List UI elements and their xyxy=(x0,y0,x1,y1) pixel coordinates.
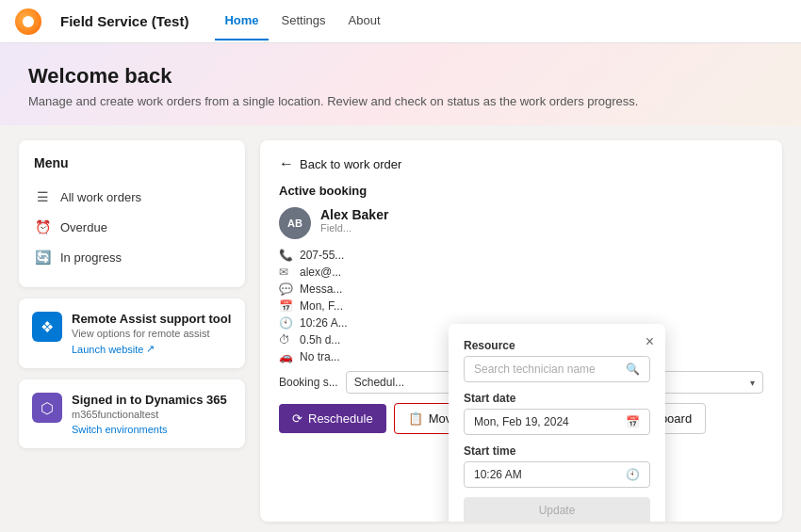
calendar-icon: 📅 xyxy=(279,299,292,313)
start-time-input[interactable]: 10:26 AM 🕙 xyxy=(464,461,650,488)
chevron-down-icon: ▾ xyxy=(750,378,755,388)
topnav-links: Home Settings About xyxy=(215,2,389,40)
message-icon: 💬 xyxy=(279,282,292,296)
sidebar-item-all-work-orders[interactable]: ☰ All work orders xyxy=(34,182,230,212)
start-date-value: Mon, Feb 19, 2024 xyxy=(474,415,569,428)
sidebar-item-label: Overdue xyxy=(60,220,107,234)
technician-avatar: AB xyxy=(279,207,311,239)
sidebar: Menu ☰ All work orders ⏰ Overdue 🔄 In pr… xyxy=(19,140,245,522)
message-value: Messa... xyxy=(300,282,342,296)
email-icon: ✉ xyxy=(279,266,292,279)
time-icon: 🕙 xyxy=(279,316,292,330)
time-value: 10:26 A... xyxy=(300,316,348,330)
sidebar-item-in-progress[interactable]: 🔄 In progress xyxy=(34,242,230,272)
hero-section: Welcome back Manage and create work orde… xyxy=(0,43,801,125)
start-time-value: 10:26 AM xyxy=(474,468,522,481)
move-booking-modal: × Resource Search technician name 🔍 Star… xyxy=(449,324,665,522)
hero-subtitle: Manage and create work orders from a sin… xyxy=(28,94,773,108)
message-row: 💬 Messa... xyxy=(279,282,763,296)
calendar-picker-icon: 📅 xyxy=(626,415,640,428)
email-value: alex@... xyxy=(300,266,341,279)
date-value: Mon, F... xyxy=(300,299,343,313)
sidebar-item-label: In progress xyxy=(60,250,122,265)
booking-header: AB Alex Baker Field... xyxy=(279,207,763,239)
app-logo xyxy=(15,8,41,35)
remote-assist-desc: View options for remote assist xyxy=(72,328,232,339)
external-link-icon: ↗ xyxy=(146,343,155,355)
sidebar-item-label: All work orders xyxy=(60,190,141,204)
duration-icon: ⏱ xyxy=(279,333,292,347)
modal-update-button[interactable]: Update xyxy=(464,497,650,522)
reschedule-icon: ⟳ xyxy=(292,411,302,426)
booking-name-block: Alex Baker Field... xyxy=(320,207,388,234)
back-arrow-icon: ← xyxy=(279,155,294,172)
start-date-input[interactable]: Mon, Feb 19, 2024 📅 xyxy=(464,409,650,435)
menu-title: Menu xyxy=(34,155,230,170)
travel-value: No tra... xyxy=(300,350,340,363)
nav-about[interactable]: About xyxy=(339,2,390,40)
booking-status-label: Booking s... xyxy=(279,376,338,389)
remote-assist-name: Remote Assist support tool xyxy=(72,312,232,326)
remote-assist-icon: ❖ xyxy=(32,312,62,342)
phone-value: 207-55... xyxy=(300,249,344,262)
back-to-work-order[interactable]: ← Back to work order xyxy=(279,155,763,172)
resource-row: Resource Search technician name 🔍 xyxy=(464,339,650,382)
topnav: Field Service (Test) Home Settings About xyxy=(0,0,801,43)
move-booking-icon: 📋 xyxy=(408,411,423,426)
overdue-icon: ⏰ xyxy=(34,218,51,235)
search-placeholder: Search technician name xyxy=(474,363,596,376)
booking-status-value: Schedul... xyxy=(354,376,404,389)
switch-environments-link[interactable]: Switch environments xyxy=(72,424,232,435)
travel-icon: 🚗 xyxy=(279,350,292,363)
dynamics365-name: Signed in to Dynamics 365 xyxy=(72,393,232,407)
duration-value: 0.5h d... xyxy=(300,333,340,347)
clock-icon: 🕙 xyxy=(626,468,640,481)
reschedule-button[interactable]: ⟳ Reschedule xyxy=(279,404,386,433)
active-booking-title: Active booking xyxy=(279,184,763,198)
booking-sub: Field... xyxy=(320,222,388,234)
hero-title: Welcome back xyxy=(28,64,773,89)
start-time-label: Start time xyxy=(464,444,650,458)
resource-label: Resource xyxy=(464,339,650,352)
email-row: ✉ alex@... xyxy=(279,266,763,279)
main-content: Menu ☰ All work orders ⏰ Overdue 🔄 In pr… xyxy=(0,125,801,532)
phone-row: 📞 207-55... xyxy=(279,249,763,262)
in-progress-icon: 🔄 xyxy=(34,249,51,266)
remote-assist-link[interactable]: Launch website ↗ xyxy=(72,343,232,355)
dynamics365-info: Signed in to Dynamics 365 m365functional… xyxy=(72,393,232,435)
modal-close-button[interactable]: × xyxy=(646,333,654,350)
dynamics365-desc: m365functionaltest xyxy=(72,409,232,420)
dynamics365-icon: ⬡ xyxy=(32,393,62,423)
date-row: 📅 Mon, F... xyxy=(279,299,763,313)
start-date-label: Start date xyxy=(464,392,650,405)
all-work-orders-icon: ☰ xyxy=(34,188,51,205)
phone-icon: 📞 xyxy=(279,249,292,262)
search-icon: 🔍 xyxy=(626,363,640,376)
start-time-row: Start time 10:26 AM 🕙 xyxy=(464,444,650,488)
sidebar-item-overdue[interactable]: ⏰ Overdue xyxy=(34,212,230,242)
remote-assist-card: ❖ Remote Assist support tool View option… xyxy=(19,298,245,368)
right-panel: ← Back to work order Active booking AB A… xyxy=(260,140,782,522)
logo-inner xyxy=(23,16,34,27)
remote-assist-info: Remote Assist support tool View options … xyxy=(72,312,232,355)
menu-card: Menu ☰ All work orders ⏰ Overdue 🔄 In pr… xyxy=(19,140,245,287)
nav-home[interactable]: Home xyxy=(215,2,268,40)
technician-name: Alex Baker xyxy=(320,207,388,222)
start-date-row: Start date Mon, Feb 19, 2024 📅 xyxy=(464,392,650,435)
nav-settings[interactable]: Settings xyxy=(272,2,335,40)
search-technician-input[interactable]: Search technician name 🔍 xyxy=(464,356,650,382)
dynamics365-card: ⬡ Signed in to Dynamics 365 m365function… xyxy=(19,379,245,448)
app-title: Field Service (Test) xyxy=(60,13,188,29)
